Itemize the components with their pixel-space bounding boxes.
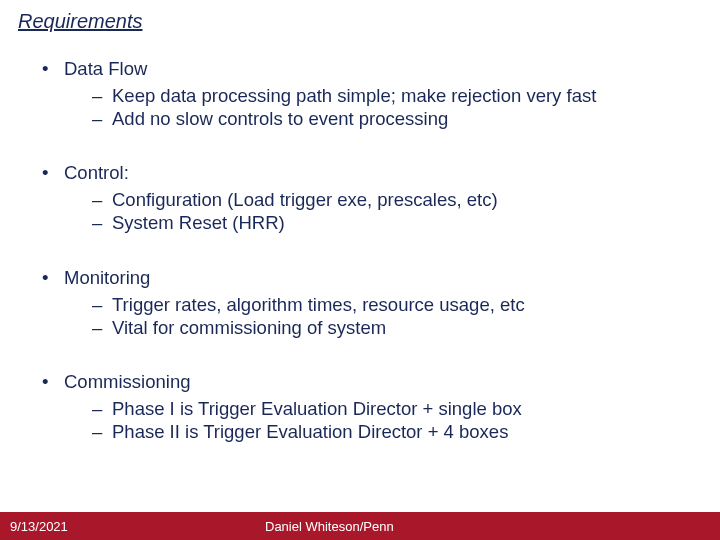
dash-icon: – <box>92 188 112 211</box>
sub-text: Configuration (Load trigger exe, prescal… <box>112 189 498 210</box>
section-data-flow: •Data Flow –Keep data processing path si… <box>42 58 680 130</box>
dash-icon: – <box>92 420 112 443</box>
sub-item: –Keep data processing path simple; make … <box>92 84 680 107</box>
section-head: •Control: <box>42 162 680 184</box>
bullet-icon: • <box>42 162 64 184</box>
dash-icon: – <box>92 107 112 130</box>
sub-text: Trigger rates, algorithm times, resource… <box>112 294 525 315</box>
slide: Requirements •Data Flow –Keep data proce… <box>0 0 720 540</box>
section-monitoring: •Monitoring –Trigger rates, algorithm ti… <box>42 267 680 339</box>
sub-text: Phase II is Trigger Evaluation Director … <box>112 421 508 442</box>
footer-bar: 9/13/2021 Daniel Whiteson/Penn <box>0 512 720 540</box>
sub-text: System Reset (HRR) <box>112 212 285 233</box>
bullet-icon: • <box>42 371 64 393</box>
dash-icon: – <box>92 211 112 234</box>
section-head-text: Monitoring <box>64 267 150 288</box>
section-head-text: Control: <box>64 162 129 183</box>
section-head: •Monitoring <box>42 267 680 289</box>
sub-text: Keep data processing path simple; make r… <box>112 85 596 106</box>
section-head-text: Data Flow <box>64 58 147 79</box>
sub-item: –System Reset (HRR) <box>92 211 680 234</box>
sub-list: –Phase I is Trigger Evaluation Director … <box>92 397 680 443</box>
section-control: •Control: –Configuration (Load trigger e… <box>42 162 680 234</box>
footer-author: Daniel Whiteson/Penn <box>265 519 394 534</box>
sub-item: –Phase II is Trigger Evaluation Director… <box>92 420 680 443</box>
sub-list: –Keep data processing path simple; make … <box>92 84 680 130</box>
slide-title: Requirements <box>18 10 143 33</box>
section-head: •Data Flow <box>42 58 680 80</box>
slide-content: •Data Flow –Keep data processing path si… <box>42 58 680 475</box>
sub-item: –Add no slow controls to event processin… <box>92 107 680 130</box>
sub-text: Phase I is Trigger Evaluation Director +… <box>112 398 522 419</box>
sub-list: –Trigger rates, algorithm times, resourc… <box>92 293 680 339</box>
sub-text: Vital for commissioning of system <box>112 317 386 338</box>
section-commissioning: •Commissioning –Phase I is Trigger Evalu… <box>42 371 680 443</box>
dash-icon: – <box>92 293 112 316</box>
dash-icon: – <box>92 316 112 339</box>
dash-icon: – <box>92 397 112 420</box>
sub-item: –Vital for commissioning of system <box>92 316 680 339</box>
bullet-icon: • <box>42 58 64 80</box>
section-head: •Commissioning <box>42 371 680 393</box>
section-head-text: Commissioning <box>64 371 190 392</box>
sub-item: –Trigger rates, algorithm times, resourc… <box>92 293 680 316</box>
bullet-icon: • <box>42 267 64 289</box>
sub-item: –Configuration (Load trigger exe, presca… <box>92 188 680 211</box>
dash-icon: – <box>92 84 112 107</box>
sub-list: –Configuration (Load trigger exe, presca… <box>92 188 680 234</box>
sub-item: –Phase I is Trigger Evaluation Director … <box>92 397 680 420</box>
sub-text: Add no slow controls to event processing <box>112 108 448 129</box>
footer-date: 9/13/2021 <box>10 519 68 534</box>
